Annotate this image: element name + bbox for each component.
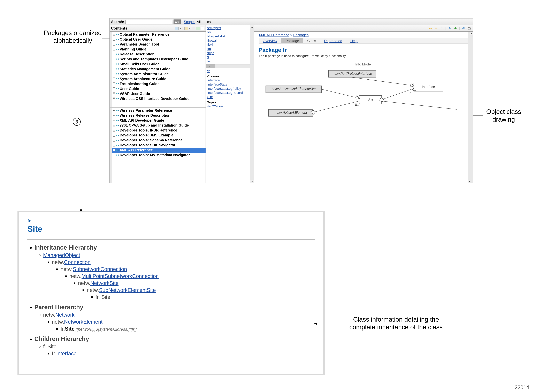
package-details[interactable]: fr Classes InterfaceInterfaceStatsInterf… [206, 68, 254, 109]
tree-item[interactable]: +Wireless Parameter Reference [112, 108, 206, 113]
tree-item[interactable]: +Planning Guide [112, 47, 206, 52]
maximize-icon[interactable] [201, 27, 204, 30]
expand-icon[interactable]: + [113, 134, 115, 137]
tree-item[interactable]: +Developer Tools: IPDR Reference [112, 128, 206, 133]
dropdown-icon[interactable]: ▾ [180, 27, 181, 30]
dropdown-icon-2[interactable]: ▾ [189, 27, 190, 30]
expand-icon[interactable]: + [113, 73, 115, 75]
class-link[interactable]: InterfaceStatsLogRecord [207, 91, 252, 95]
expand-icon[interactable]: + [113, 87, 115, 90]
expand-icon[interactable]: + [113, 124, 115, 127]
tree-item[interactable]: +XML API Developer Guide [112, 118, 206, 123]
tree-item[interactable]: +VSAP User Guide [112, 91, 206, 96]
tree-item[interactable]: +XML API Reference [112, 148, 206, 153]
tab-help[interactable]: Help [346, 38, 362, 43]
print-icon[interactable] [175, 27, 179, 30]
expand-icon[interactable]: + [113, 33, 115, 36]
pkg-scrollbar[interactable]: ▴ ▾ [250, 25, 254, 183]
tree-item[interactable]: +System Architecture Guide [112, 76, 206, 81]
class-link[interactable]: InterfaceStats [207, 83, 252, 87]
breadcrumb-root[interactable]: XML API Reference [259, 33, 289, 37]
maximize-icon[interactable]: ▢ [467, 27, 471, 30]
tab-package[interactable]: Package [281, 38, 303, 43]
expand-icon[interactable]: + [113, 139, 115, 141]
package-link[interactable]: femtoperf [207, 26, 252, 30]
tree-item[interactable]: +Small Cells User Guide [112, 61, 206, 66]
tree-item[interactable]: +Wireless Release Description [112, 113, 206, 118]
sync-icon[interactable] [196, 27, 200, 30]
package-link[interactable]: flexi [207, 43, 252, 47]
tab-deprecated[interactable]: Deprecated [320, 38, 346, 43]
expand-icon[interactable]: + [113, 149, 115, 151]
expand-icon[interactable]: + [113, 119, 115, 122]
expand-icon[interactable]: + [113, 154, 115, 156]
parent-l2-link[interactable]: NetworkElement [64, 319, 103, 325]
doc-scrollbar[interactable]: ▴ [470, 32, 473, 183]
search-input[interactable] [125, 20, 172, 24]
expand-icon[interactable]: + [113, 129, 115, 132]
inheritance-link[interactable]: NetworkSite [90, 280, 118, 286]
tree-item[interactable]: +Statistics Management Guide [112, 66, 206, 71]
collapse-icon[interactable] [192, 27, 195, 30]
tree-item[interactable]: +Developer Tools: MV Metadata Navigator [112, 153, 206, 158]
tree-item[interactable]: +Developer Tools: JMS Example [112, 133, 206, 138]
scroll-up-icon[interactable]: ▴ [250, 25, 254, 28]
home-icon[interactable]: ⌂ [440, 27, 443, 30]
tree-item[interactable]: +Optical User Guide [112, 37, 206, 42]
expand-icon[interactable]: + [113, 114, 115, 117]
tree-item[interactable]: +System Administrator Guide [112, 71, 206, 76]
expand-icon[interactable]: + [113, 92, 115, 95]
tree-item[interactable]: +Wireless OSS Interface Developer Guide [112, 96, 206, 101]
scroll-down-icon[interactable]: ▾ [250, 180, 254, 183]
parent-root-link[interactable]: Network [55, 312, 75, 318]
tree-item[interactable]: +Parameter Search Tool [112, 42, 206, 47]
inheritance-link[interactable]: MultiPointSubnetworkConnection [81, 273, 159, 279]
expand-icon[interactable]: + [113, 68, 115, 70]
children-link[interactable]: Interface [56, 350, 76, 356]
scope-link[interactable]: Scope: [184, 20, 195, 24]
inheritance-link[interactable]: Connection [64, 259, 90, 265]
bookmark-add-icon[interactable]: ✚ [454, 27, 457, 30]
expand-icon[interactable]: + [113, 43, 115, 46]
package-link[interactable]: firewall [207, 38, 252, 43]
expand-icon[interactable]: + [113, 63, 115, 65]
package-link[interactable]: fr [207, 55, 252, 59]
expand-icon[interactable]: + [113, 144, 115, 146]
expand-icon[interactable]: + [113, 38, 115, 41]
tab-overview[interactable]: Overview [259, 38, 281, 43]
print-icon[interactable]: 🖶 [462, 27, 466, 30]
tree-item[interactable]: +Troubleshooting Guide [112, 81, 206, 86]
go-button[interactable]: Go [174, 19, 181, 24]
inheritance-link[interactable]: ManagedObject [43, 252, 80, 258]
expand-icon[interactable]: + [113, 109, 115, 112]
tree-item[interactable]: +7701 CPAA Setup and Installation Guide [112, 123, 206, 128]
expand-icon[interactable]: + [113, 78, 115, 80]
breadcrumb-leaf[interactable]: Packages [293, 33, 308, 37]
expand-icon[interactable]: + [113, 48, 115, 51]
expand-icon[interactable]: + [113, 53, 115, 56]
tree-item[interactable]: +Scripts and Templates Developer Guide [112, 56, 206, 61]
divider-collapse-icon[interactable]: < [206, 65, 215, 68]
bookmark-icon[interactable]: ✎ [448, 27, 452, 30]
class-link[interactable]: Interface [207, 78, 252, 83]
expand-icon[interactable]: + [113, 83, 115, 85]
contents-tree[interactable]: +Optical Parameter Reference+Optical Use… [110, 32, 206, 107]
tool-icon-1[interactable] [185, 27, 188, 30]
expand-icon[interactable]: + [113, 58, 115, 60]
expand-icon[interactable]: + [113, 97, 115, 100]
package-link[interactable]: file [207, 30, 252, 34]
inheritance-link[interactable]: SubnetworkConnection [73, 266, 127, 272]
tree-item[interactable]: +Developer Tools: Schema Reference [112, 138, 206, 143]
package-link[interactable]: fwd [207, 59, 252, 64]
scroll-up-icon[interactable]: ▴ [470, 32, 473, 35]
package-list-top[interactable]: femtoperffilefilterprefixlistfirewallfle… [206, 25, 254, 64]
package-link[interactable]: fpipe [207, 51, 252, 55]
package-link[interactable]: fm [207, 47, 252, 51]
package-link[interactable]: filterprefixlist [207, 34, 252, 38]
nav-back-icon[interactable]: ⇦ [429, 27, 432, 30]
tree-item[interactable]: +Developer Tools: SDK Navigator [112, 143, 206, 148]
class-link[interactable]: InterfaceStatsLogPolicy [207, 87, 252, 91]
type-link[interactable]: Frf12Mode [207, 104, 252, 108]
tree-item[interactable]: +User Guide [112, 86, 206, 91]
inheritance-link[interactable]: SubNetworkElementSite [99, 287, 156, 293]
